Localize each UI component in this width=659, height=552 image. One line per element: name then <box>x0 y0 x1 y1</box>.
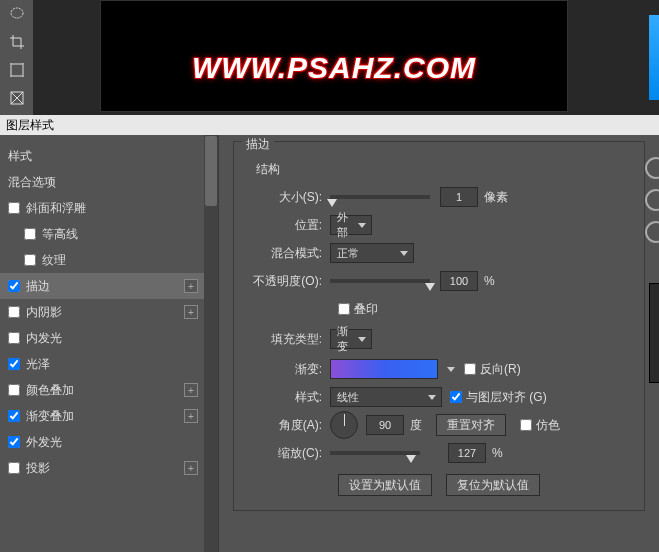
right-buttons <box>645 157 659 253</box>
scale-label: 缩放(C): <box>246 445 322 462</box>
inner-glow-checkbox[interactable] <box>8 332 20 344</box>
add-icon[interactable]: + <box>184 383 198 397</box>
dialog-title: 图层样式 <box>0 115 659 135</box>
effect-blend-options[interactable]: 混合选项 <box>0 169 218 195</box>
style-select[interactable]: 线性 <box>330 387 442 407</box>
effect-texture[interactable]: 纹理 <box>0 247 218 273</box>
opacity-unit: % <box>484 274 495 288</box>
structure-label: 结构 <box>256 161 632 178</box>
effects-list-panel: 样式 混合选项 斜面和浮雕 等高线 纹理 描边+ 内阴影+ 内发光 光泽 颜色叠… <box>0 135 219 552</box>
canvas-area: WWW.PSAHZ.COM <box>33 0 659 115</box>
add-icon[interactable]: + <box>184 409 198 423</box>
gradient-swatch[interactable] <box>330 359 438 379</box>
reverse-checkbox[interactable] <box>464 363 476 375</box>
texture-checkbox[interactable] <box>24 254 36 266</box>
frame-tool-icon[interactable] <box>0 84 33 112</box>
overprint-option[interactable]: 叠印 <box>338 301 378 318</box>
size-label: 大小(S): <box>246 189 322 206</box>
lasso-tool-icon[interactable] <box>0 0 33 28</box>
circle-button-2[interactable] <box>645 189 659 211</box>
filltype-label: 填充类型: <box>246 331 322 348</box>
svg-point-0 <box>11 8 23 18</box>
contour-checkbox[interactable] <box>24 228 36 240</box>
effect-color-overlay[interactable]: 颜色叠加+ <box>0 377 218 403</box>
ruler-strip <box>649 15 659 100</box>
canvas-text: WWW.PSAHZ.COM <box>192 51 476 85</box>
effect-bevel[interactable]: 斜面和浮雕 <box>0 195 218 221</box>
reset-default-button[interactable]: 复位为默认值 <box>446 474 540 496</box>
reverse-option[interactable]: 反向(R) <box>464 361 521 378</box>
angle-dial[interactable] <box>330 411 358 439</box>
align-checkbox[interactable] <box>450 391 462 403</box>
add-icon[interactable]: + <box>184 461 198 475</box>
color-overlay-checkbox[interactable] <box>8 384 20 396</box>
overprint-checkbox[interactable] <box>338 303 350 315</box>
opacity-input[interactable] <box>440 271 478 291</box>
effect-contour[interactable]: 等高线 <box>0 221 218 247</box>
scrollbar[interactable] <box>204 135 218 552</box>
circle-button-3[interactable] <box>645 221 659 243</box>
position-select[interactable]: 外部 <box>330 215 372 235</box>
effect-inner-glow[interactable]: 内发光 <box>0 325 218 351</box>
circle-button-1[interactable] <box>645 157 659 179</box>
fieldset-title: 描边 <box>242 136 274 153</box>
inner-shadow-checkbox[interactable] <box>8 306 20 318</box>
add-icon[interactable]: + <box>184 305 198 319</box>
crop-tool-icon[interactable] <box>0 28 33 56</box>
opacity-slider[interactable] <box>330 279 430 283</box>
bevel-checkbox[interactable] <box>8 202 20 214</box>
gradient-overlay-checkbox[interactable] <box>8 410 20 422</box>
size-input[interactable] <box>440 187 478 207</box>
effect-inner-shadow[interactable]: 内阴影+ <box>0 299 218 325</box>
effect-stroke[interactable]: 描边+ <box>0 273 218 299</box>
effect-styles[interactable]: 样式 <box>0 143 218 169</box>
angle-unit: 度 <box>410 417 422 434</box>
opacity-label: 不透明度(O): <box>246 273 322 290</box>
svg-rect-1 <box>11 64 23 76</box>
gradient-label: 渐变: <box>246 361 322 378</box>
outer-glow-checkbox[interactable] <box>8 436 20 448</box>
effect-outer-glow[interactable]: 外发光 <box>0 429 218 455</box>
effect-gradient-overlay[interactable]: 渐变叠加+ <box>0 403 218 429</box>
set-default-button[interactable]: 设置为默认值 <box>338 474 432 496</box>
layer-style-dialog: 图层样式 样式 混合选项 斜面和浮雕 等高线 纹理 描边+ 内阴影+ 内发光 光… <box>0 115 659 552</box>
preview-thumbnail <box>649 283 659 383</box>
scrollbar-thumb[interactable] <box>205 136 217 206</box>
scale-input[interactable] <box>448 443 486 463</box>
reset-align-button[interactable]: 重置对齐 <box>436 414 506 436</box>
left-toolbar <box>0 0 33 115</box>
canvas[interactable]: WWW.PSAHZ.COM <box>100 0 568 112</box>
dither-option[interactable]: 仿色 <box>520 417 560 434</box>
add-icon[interactable]: + <box>184 279 198 293</box>
stroke-checkbox[interactable] <box>8 280 20 292</box>
angle-input[interactable] <box>366 415 404 435</box>
effect-satin[interactable]: 光泽 <box>0 351 218 377</box>
size-unit: 像素 <box>484 189 508 206</box>
filltype-select[interactable]: 渐变 <box>330 329 372 349</box>
align-option[interactable]: 与图层对齐 (G) <box>450 389 547 406</box>
scale-unit: % <box>492 446 503 460</box>
stroke-settings-panel: 描边 结构 大小(S): 像素 位置: 外部 混合模式: <box>219 135 659 552</box>
angle-label: 角度(A): <box>246 417 322 434</box>
scale-slider[interactable] <box>330 451 420 455</box>
dither-checkbox[interactable] <box>520 419 532 431</box>
style-label: 样式: <box>246 389 322 406</box>
satin-checkbox[interactable] <box>8 358 20 370</box>
stroke-fieldset: 描边 结构 大小(S): 像素 位置: 外部 混合模式: <box>233 141 645 511</box>
size-slider[interactable] <box>330 195 430 199</box>
blend-label: 混合模式: <box>246 245 322 262</box>
position-label: 位置: <box>246 217 322 234</box>
drop-shadow-checkbox[interactable] <box>8 462 20 474</box>
blend-select[interactable]: 正常 <box>330 243 414 263</box>
effect-drop-shadow[interactable]: 投影+ <box>0 455 218 481</box>
slice-tool-icon[interactable] <box>0 56 33 84</box>
